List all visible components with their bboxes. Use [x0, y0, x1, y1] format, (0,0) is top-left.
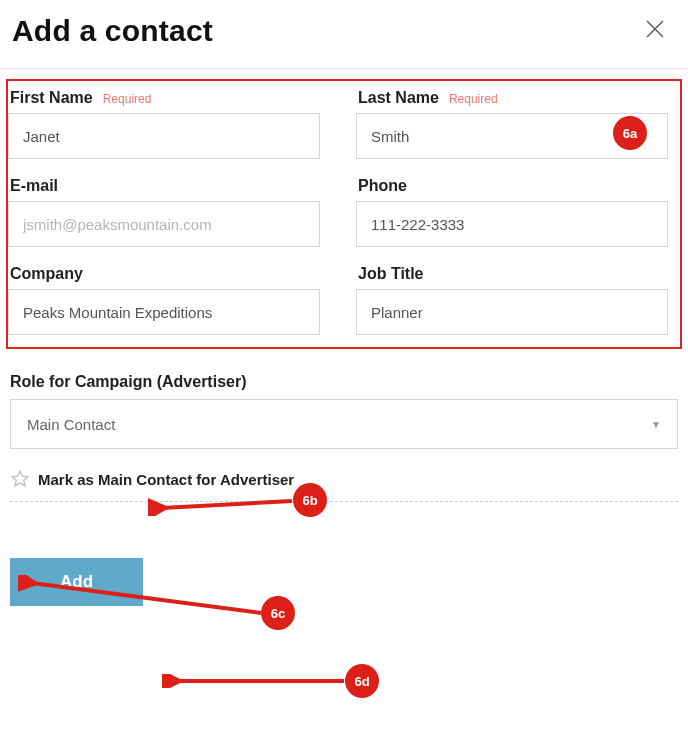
- star-icon[interactable]: [10, 469, 30, 489]
- add-button[interactable]: Add: [10, 558, 143, 606]
- job-title-label: Job Title: [358, 265, 424, 283]
- job-title-field: Job Title: [356, 265, 668, 335]
- phone-field: Phone: [356, 177, 668, 247]
- role-label: Role for Campaign (Advertiser): [10, 373, 678, 391]
- first-name-field: First Name Required: [8, 89, 320, 159]
- contact-form-section: First Name Required Last Name Required E…: [6, 79, 682, 349]
- required-tag: Required: [103, 92, 152, 106]
- phone-label: Phone: [358, 177, 407, 195]
- arrow-6d: [162, 674, 346, 688]
- role-section: Role for Campaign (Advertiser) Main Cont…: [10, 373, 678, 449]
- callout-6d: 6d: [345, 664, 379, 698]
- caret-down-icon: ▼: [651, 419, 661, 430]
- email-input[interactable]: [8, 201, 320, 247]
- last-name-input[interactable]: [356, 113, 668, 159]
- email-field: E-mail: [8, 177, 320, 247]
- mark-main-label: Mark as Main Contact for Advertiser: [38, 471, 294, 488]
- required-tag: Required: [449, 92, 498, 106]
- email-label: E-mail: [10, 177, 58, 195]
- last-name-field: Last Name Required: [356, 89, 668, 159]
- first-name-input[interactable]: [8, 113, 320, 159]
- first-name-label: First Name: [10, 89, 93, 107]
- phone-input[interactable]: [356, 201, 668, 247]
- form-footer: Add: [10, 558, 688, 606]
- close-icon: [644, 16, 666, 46]
- last-name-label: Last Name: [358, 89, 439, 107]
- svg-line-0: [162, 501, 292, 508]
- company-field: Company: [8, 265, 320, 335]
- role-select[interactable]: Main Contact ▼: [10, 399, 678, 449]
- company-input[interactable]: [8, 289, 320, 335]
- role-selected-value: Main Contact: [27, 416, 115, 433]
- company-label: Company: [10, 265, 83, 283]
- close-button[interactable]: [640, 14, 670, 48]
- job-title-input[interactable]: [356, 289, 668, 335]
- modal-header: Add a contact: [0, 0, 688, 69]
- mark-main-row: Mark as Main Contact for Advertiser: [10, 469, 678, 502]
- modal-title: Add a contact: [12, 14, 213, 48]
